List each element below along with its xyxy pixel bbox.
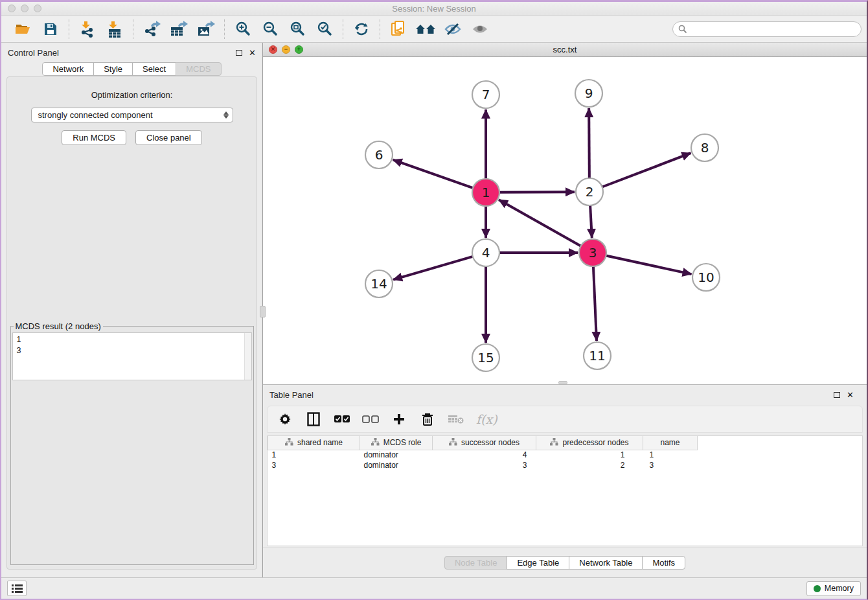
graph-node-11[interactable]: 11 xyxy=(584,342,611,369)
table-cell[interactable]: 2 xyxy=(536,460,643,470)
tab-node-table[interactable]: Node Table xyxy=(444,556,508,570)
tab-select[interactable]: Select xyxy=(132,62,176,76)
graph-edge-1-2[interactable] xyxy=(499,192,575,192)
column-header-predecessor-nodes[interactable]: predecessor nodes xyxy=(536,436,643,450)
column-header-name[interactable]: name xyxy=(643,436,698,450)
run-mcds-button[interactable]: Run MCDS xyxy=(62,130,126,145)
table-cell[interactable]: 4 xyxy=(433,450,536,460)
mcds-result-list[interactable]: 1 3 xyxy=(12,332,252,380)
graph-edge-4-14[interactable] xyxy=(393,257,473,280)
graph-node-1[interactable]: 1 xyxy=(472,179,499,206)
float-table-panel-icon[interactable] xyxy=(834,392,840,398)
hide-selected-icon[interactable] xyxy=(441,18,464,40)
split-panel-icon[interactable] xyxy=(305,410,322,428)
graph-node-label: 11 xyxy=(589,348,605,363)
graph-edge-2-8[interactable] xyxy=(602,153,691,187)
column-header-shared-name[interactable]: shared name xyxy=(268,436,360,450)
graph-node-label: 7 xyxy=(482,87,490,102)
horizontal-splitter-handle[interactable] xyxy=(558,381,567,384)
graph-node-9[interactable]: 9 xyxy=(575,80,602,107)
add-row-icon[interactable] xyxy=(391,410,407,428)
zoom-in-icon[interactable] xyxy=(231,18,255,40)
table-tabs-bar: Node TableEdge TableNetwork TableMotifs xyxy=(263,548,867,577)
vertical-splitter-handle[interactable] xyxy=(260,306,266,317)
graph-node-7[interactable]: 7 xyxy=(472,81,499,108)
float-panel-icon[interactable] xyxy=(236,50,242,56)
graph-node-4[interactable]: 4 xyxy=(472,239,499,266)
table-cell[interactable]: 3 xyxy=(268,460,360,470)
column-header-label: successor nodes xyxy=(461,438,520,447)
table-cell[interactable]: 1 xyxy=(536,450,643,460)
optimization-criterion-select[interactable]: strongly connected component xyxy=(31,108,233,122)
table-cell[interactable]: dominator xyxy=(360,460,433,470)
table-cell[interactable]: 1 xyxy=(643,450,698,460)
network-canvas[interactable]: 7968124314101511 xyxy=(263,57,867,384)
import-table-icon[interactable] xyxy=(103,18,126,40)
graph-node-6[interactable]: 6 xyxy=(365,141,393,168)
table-row[interactable]: 3dominator323 xyxy=(268,460,698,470)
memory-button[interactable]: Memory xyxy=(806,581,861,596)
open-file-icon[interactable] xyxy=(12,18,35,40)
network-close-icon[interactable]: ✕ xyxy=(269,45,277,54)
select-all-icon[interactable] xyxy=(334,410,350,428)
show-all-icon[interactable] xyxy=(468,18,492,40)
mcds-panel: Optimization criterion: strongly connect… xyxy=(6,76,257,570)
graph-edge-3-1[interactable] xyxy=(499,200,581,246)
table-cell[interactable]: dominator xyxy=(360,450,433,460)
zoom-fit-icon[interactable] xyxy=(286,18,309,40)
tab-style[interactable]: Style xyxy=(93,62,133,76)
graph-node-3[interactable]: 3 xyxy=(579,239,606,266)
network-graph: 7968124314101511 xyxy=(263,57,865,384)
graph-node-2[interactable]: 2 xyxy=(576,178,603,205)
first-neighbors-icon[interactable] xyxy=(414,18,437,40)
graph-node-15[interactable]: 15 xyxy=(472,344,499,371)
graph-node-10[interactable]: 10 xyxy=(692,264,720,291)
window-title: Session: New Session xyxy=(1,4,867,14)
graph-edge-1-6[interactable] xyxy=(393,160,473,188)
gear-icon[interactable] xyxy=(277,410,293,428)
task-history-icon[interactable] xyxy=(7,581,27,596)
import-network-icon[interactable] xyxy=(76,18,99,40)
graph-node-label: 14 xyxy=(371,276,387,292)
deselect-all-icon[interactable] xyxy=(362,410,379,428)
result-scrollbar[interactable] xyxy=(244,333,251,380)
tab-edge-table[interactable]: Edge Table xyxy=(507,556,569,570)
table-row[interactable]: 1dominator411 xyxy=(268,450,698,460)
export-network-icon[interactable] xyxy=(140,18,163,40)
delete-table-icon[interactable] xyxy=(448,410,464,428)
network-maximize-icon[interactable]: + xyxy=(295,45,303,54)
table-cell[interactable]: 3 xyxy=(643,460,698,470)
graph-edge-2-9[interactable] xyxy=(589,108,589,178)
search-input[interactable] xyxy=(672,21,862,37)
tab-mcds[interactable]: MCDS xyxy=(176,62,221,76)
function-builder-icon[interactable]: f(x) xyxy=(476,412,497,426)
column-header-successor-nodes[interactable]: successor nodes xyxy=(433,436,536,450)
graph-edge-2-3[interactable] xyxy=(590,205,592,238)
column-header-mcds-role[interactable]: MCDS role xyxy=(360,436,433,450)
zoom-selected-icon[interactable] xyxy=(313,18,336,40)
control-panel: Control Panel ✕ NetworkStyleSelectMCDS O… xyxy=(1,43,263,577)
close-panel-button[interactable]: Close panel xyxy=(135,130,202,145)
export-table-icon[interactable] xyxy=(167,18,190,40)
zoom-out-icon[interactable] xyxy=(258,18,282,40)
close-table-panel-icon[interactable]: ✕ xyxy=(847,391,854,399)
graph-node-14[interactable]: 14 xyxy=(365,270,393,297)
table-cell[interactable]: 3 xyxy=(433,460,536,470)
delete-row-icon[interactable] xyxy=(419,410,436,428)
tab-motifs[interactable]: Motifs xyxy=(642,556,685,570)
tab-network-table[interactable]: Network Table xyxy=(569,556,643,570)
network-minimize-icon[interactable]: − xyxy=(282,45,290,54)
graph-node-label: 1 xyxy=(482,185,490,200)
table-cell[interactable]: 1 xyxy=(268,450,360,460)
graph-edge-3-11[interactable] xyxy=(593,266,597,341)
close-panel-icon[interactable]: ✕ xyxy=(249,49,256,57)
column-header-label: name xyxy=(660,438,680,447)
tab-network[interactable]: Network xyxy=(42,62,94,76)
network-file-icon[interactable] xyxy=(387,18,410,40)
apply-layout-icon[interactable] xyxy=(350,18,373,40)
graph-edge-3-10[interactable] xyxy=(606,255,692,274)
column-sort-icon xyxy=(550,438,558,448)
export-image-icon[interactable] xyxy=(194,18,218,40)
graph-node-8[interactable]: 8 xyxy=(691,134,718,161)
save-session-icon[interactable] xyxy=(39,18,62,40)
